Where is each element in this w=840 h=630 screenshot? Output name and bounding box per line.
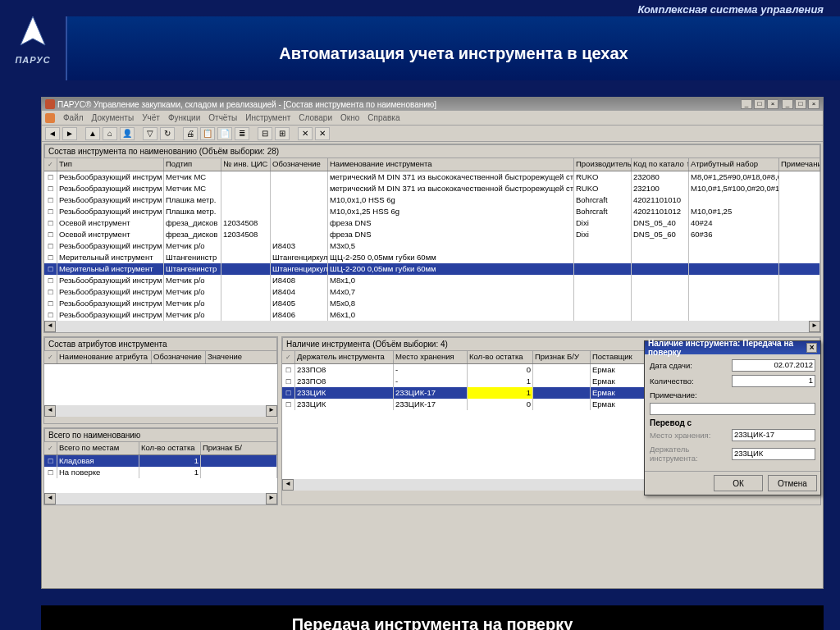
col-note[interactable]: Примечание <box>779 158 820 171</box>
tool-home-icon[interactable]: ⌂ <box>103 127 117 140</box>
totals-grid-body[interactable]: Кладовая1На поверке1 <box>44 455 277 493</box>
table-row[interactable]: Резьбообразующий инструмМетчик МСметриче… <box>44 171 820 183</box>
cancel-button[interactable]: Отмена <box>768 475 817 491</box>
table-row[interactable]: Резьбообразующий инструмПлашка метр.М10,… <box>44 206 820 217</box>
tool-list-icon[interactable]: ≣ <box>235 127 249 140</box>
totals-grid-header: Всего по местам Кол-во остатка Признак Б… <box>44 442 277 455</box>
col-subtype[interactable]: Подтип <box>164 158 221 171</box>
menu-file[interactable]: Файл <box>63 113 84 122</box>
attrib-panel: Состав атрибутов инструмента Наименовани… <box>43 336 278 424</box>
col-check[interactable] <box>44 158 57 171</box>
totals-col-qty[interactable]: Кол-во остатка <box>139 442 201 454</box>
menu-help[interactable]: Справка <box>368 113 399 122</box>
attrib-col-val[interactable]: Значение <box>206 351 277 363</box>
tool-horiz-icon[interactable]: ⊞ <box>275 127 290 140</box>
tool-copy-icon[interactable]: 📋 <box>200 127 215 140</box>
main-grid-body[interactable]: Резьбообразующий инструмМетчик МСметриче… <box>44 171 820 321</box>
table-row[interactable]: Осевой инструментфреза_дисков12034508фре… <box>44 229 820 240</box>
menu-functions[interactable]: Функции <box>168 113 200 122</box>
tool-x1-icon[interactable]: ✕ <box>298 127 313 140</box>
loc-input[interactable]: 233ЦИК-17 <box>732 429 815 441</box>
tool-up-icon[interactable]: ▲ <box>85 127 100 140</box>
maximize-button[interactable]: □ <box>795 99 806 109</box>
attrib-hscroll[interactable]: ◄► <box>44 405 277 417</box>
note-label: Примечание: <box>650 390 732 399</box>
attrib-col-check[interactable] <box>44 351 57 363</box>
table-row[interactable]: Резьбообразующий инструмМетчик р/оИ8404М… <box>44 286 820 298</box>
mdi-close-button[interactable]: × <box>767 99 778 109</box>
tool-refresh-icon[interactable]: ↻ <box>160 127 175 140</box>
table-row[interactable]: Кладовая1 <box>44 455 277 467</box>
avail-col-holder[interactable]: Держатель инструмента <box>295 351 394 363</box>
menu-account[interactable]: Учёт <box>142 113 160 122</box>
main-panel-title: Состав инструмента по наименованию (Объё… <box>44 144 820 158</box>
col-maker[interactable]: Производитель <box>574 158 632 171</box>
dialog-title-text: Наличие инструмента: Передача на поверку <box>648 339 806 357</box>
holder-label: Держатель инструмента: <box>650 445 732 463</box>
col-inv[interactable]: № инв. ЦИС <box>221 158 271 171</box>
col-attr[interactable]: Атрибутный набор <box>689 158 779 171</box>
menu-window[interactable]: Окно <box>340 113 359 122</box>
table-row[interactable]: Резьбообразующий инструмМетчик р/оИ8403М… <box>44 240 820 252</box>
attrib-col-obozn[interactable]: Обозначение <box>152 351 206 363</box>
date-input[interactable]: 02.07.2012 <box>732 359 815 372</box>
menu-documents[interactable]: Документы <box>92 113 135 122</box>
dialog-close-button[interactable]: × <box>806 343 817 353</box>
avail-col-check[interactable] <box>282 351 295 363</box>
avail-col-loc[interactable]: Место хранения <box>394 351 468 363</box>
qty-label: Количество: <box>650 377 732 386</box>
col-obozn[interactable]: Обозначение <box>271 158 328 171</box>
menu-dicts[interactable]: Словари <box>299 113 332 122</box>
menubar: Файл Документы Учёт Функции Отчёты Инстр… <box>42 111 823 126</box>
table-row[interactable]: Резьбообразующий инструмМетчик р/оИ8405М… <box>44 298 820 309</box>
app-window-title: ПАРУС® Управление закупками, складом и р… <box>57 100 436 109</box>
table-row[interactable]: Резьбообразующий инструмМетчик р/оИ8406М… <box>44 309 820 321</box>
table-row[interactable]: Резьбообразующий инструмМетчик р/оИ8408М… <box>44 275 820 286</box>
avail-col-qty[interactable]: Кол-во остатка <box>468 351 533 363</box>
main-grid-panel: Состав инструмента по наименованию (Объё… <box>43 144 821 333</box>
qty-input[interactable]: 1 <box>732 375 815 387</box>
col-type[interactable]: Тип <box>57 158 164 171</box>
tool-forward-icon[interactable]: ► <box>62 127 77 140</box>
close-button[interactable]: × <box>808 99 819 109</box>
totals-hscroll[interactable]: ◄► <box>44 493 277 504</box>
tool-print-icon[interactable]: 🖨 <box>183 127 198 140</box>
table-row[interactable]: Мерительный инструментШтангенинстрШтанге… <box>44 252 820 263</box>
attrib-grid-header: Наименование атрибута Обозначение Значен… <box>44 351 277 364</box>
table-row[interactable]: Осевой инструментфреза_дисков12034508фре… <box>44 217 820 229</box>
table-row[interactable]: Резьбообразующий инструмПлашка метр.М10,… <box>44 194 820 206</box>
note-input[interactable] <box>650 403 815 415</box>
ok-button[interactable]: ОК <box>714 475 763 491</box>
menu-tool[interactable]: Инструмент <box>245 113 290 122</box>
col-name[interactable]: Наименование инструмента <box>328 158 574 171</box>
totals-col-check[interactable] <box>44 442 57 454</box>
title-bar: Автоматизация учета инструмента в цехах <box>66 16 840 80</box>
attrib-grid-body[interactable] <box>44 364 277 405</box>
file-icon <box>45 113 55 123</box>
table-row[interactable]: На поверке1 <box>44 467 277 478</box>
tool-vert-icon[interactable]: ⊟ <box>258 127 272 140</box>
date-label: Дата сдачи: <box>650 361 732 370</box>
tool-back-icon[interactable]: ◄ <box>45 127 60 140</box>
attrib-col-name[interactable]: Наименование атрибута <box>57 351 152 363</box>
tool-filter-icon[interactable]: ▽ <box>143 127 158 140</box>
totals-col-place[interactable]: Всего по местам <box>57 442 139 454</box>
table-row[interactable]: Мерительный инструментШтангенинстрШтанге… <box>44 263 820 275</box>
app-icon <box>45 99 55 109</box>
mdi-minimize-button[interactable]: _ <box>741 99 752 109</box>
totals-col-flag[interactable]: Признак Б/ <box>201 442 277 454</box>
table-row[interactable]: Резьбообразующий инструмМетчик МСметриче… <box>44 183 820 194</box>
tool-doc-icon[interactable]: 📄 <box>217 127 232 140</box>
minimize-button[interactable]: _ <box>782 99 793 109</box>
tool-user-icon[interactable]: 👤 <box>120 127 135 140</box>
tool-x2-icon[interactable]: ✕ <box>315 127 330 140</box>
col-code[interactable]: Код по катало ↑ <box>632 158 689 171</box>
brand-text: ПАРУС <box>4 55 62 65</box>
main-grid[interactable]: Тип Подтип № инв. ЦИС Обозначение Наимен… <box>44 158 820 321</box>
parent-window-controls: _ □ × <box>782 99 819 109</box>
menu-reports[interactable]: Отчёты <box>208 113 237 122</box>
main-grid-hscroll[interactable]: ◄► <box>44 321 820 332</box>
mdi-maximize-button[interactable]: □ <box>754 99 765 109</box>
holder-input[interactable]: 233ЦИК <box>732 448 815 460</box>
avail-col-flag[interactable]: Признак Б/У <box>533 351 591 363</box>
